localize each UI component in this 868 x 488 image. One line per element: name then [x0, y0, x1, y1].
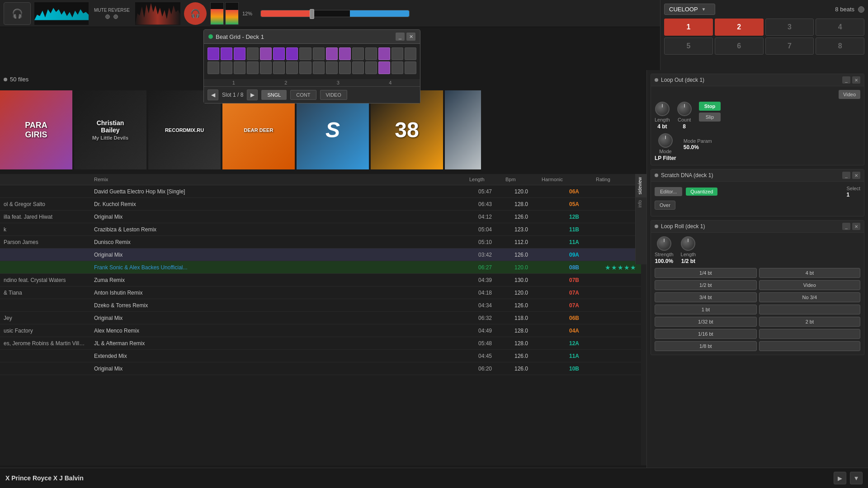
- loop-roll-close[interactable]: ✕: [852, 223, 860, 230]
- pad-1-14[interactable]: [378, 47, 390, 60]
- pad-1-8[interactable]: [299, 47, 311, 60]
- pad-2-3[interactable]: [234, 61, 245, 74]
- loop-roll-length-knob[interactable]: [681, 236, 695, 251]
- headphone-button[interactable]: 🎧: [184, 2, 207, 25]
- cue-btn-6[interactable]: 6: [715, 38, 764, 55]
- scratch-over-btn[interactable]: Over: [655, 201, 675, 210]
- beat-grid-cont[interactable]: CONT: [290, 90, 316, 100]
- pad-2-6[interactable]: [273, 61, 285, 74]
- loop-roll-btn-empty1[interactable]: [759, 305, 860, 314]
- cue-btn-7[interactable]: 7: [765, 38, 814, 55]
- loop-out-video-btn[interactable]: Video: [839, 90, 860, 99]
- pad-2-5[interactable]: [260, 61, 272, 74]
- beat-grid-next[interactable]: ▶: [247, 89, 258, 100]
- beat-grid-sngl[interactable]: SNGL: [261, 90, 287, 100]
- pad-2-16[interactable]: [405, 61, 416, 74]
- table-row[interactable]: Dzeko & Torres Remix 04:34 126.0 07A: [0, 299, 646, 312]
- loop-out-count-knob[interactable]: [677, 102, 692, 116]
- loop-roll-btn-4bt[interactable]: 4 bt: [759, 268, 860, 278]
- sidebar-item-sideview[interactable]: sideview: [636, 174, 646, 197]
- pitch-slider[interactable]: [260, 10, 410, 17]
- pad-1-9[interactable]: [313, 47, 325, 60]
- loop-roll-btn-3quarter[interactable]: 3/4 bt: [655, 292, 757, 302]
- pad-2-1[interactable]: [208, 61, 219, 74]
- table-row[interactable]: ndino feat. Crystal Waters Zuma Remix 04…: [0, 274, 646, 286]
- cue-btn-4[interactable]: 4: [816, 19, 864, 36]
- pitch-thumb[interactable]: [310, 9, 314, 19]
- pad-1-7[interactable]: [286, 47, 298, 60]
- pad-2-7[interactable]: [286, 61, 298, 74]
- table-row[interactable]: Extended Mix 04:45 126.0 11A: [0, 350, 646, 362]
- pad-1-12[interactable]: [352, 47, 364, 60]
- loop-roll-btn-32nd[interactable]: 1/32 bt: [655, 317, 757, 327]
- pad-1-15[interactable]: [392, 47, 403, 60]
- table-row[interactable]: usic Factory Alex Menco Remix 04:49 128.…: [0, 324, 646, 337]
- pad-2-9[interactable]: [313, 61, 325, 74]
- loop-out-stop-btn[interactable]: Stop: [699, 102, 721, 111]
- artwork-2[interactable]: ChristianBaileyMy Little Devils: [74, 90, 146, 169]
- pad-2-11[interactable]: [339, 61, 351, 74]
- table-row[interactable]: k Crazibiza & Leston Remix 05:04 123.0 1…: [0, 223, 646, 236]
- beat-grid-prev[interactable]: ◀: [208, 89, 218, 100]
- pad-2-13[interactable]: [365, 61, 377, 74]
- table-row[interactable]: Parson James Dunisco Remix 05:10 112.0 1…: [0, 236, 646, 249]
- loop-out-close[interactable]: ✕: [852, 76, 860, 84]
- loop-roll-btn-2bt[interactable]: 2 bt: [759, 317, 860, 327]
- artwork-7[interactable]: [445, 90, 481, 169]
- scratch-quantized-btn[interactable]: Quantized: [686, 188, 717, 196]
- loop-roll-btn-empty2[interactable]: [759, 329, 860, 339]
- loop-roll-btn-8th[interactable]: 1/8 bt: [655, 341, 757, 351]
- cue-btn-1[interactable]: 1: [664, 19, 713, 36]
- artwork-1[interactable]: PARAGIRIS: [0, 90, 72, 169]
- pad-2-10[interactable]: [326, 61, 338, 74]
- mute-dot-1[interactable]: [105, 14, 110, 19]
- popup-minimize[interactable]: _: [396, 33, 405, 41]
- table-row[interactable]: & Tiana Anton Ishutin Remix 04:18 120.0 …: [0, 286, 646, 299]
- pad-1-1[interactable]: [208, 47, 219, 60]
- pad-1-3[interactable]: [234, 47, 245, 60]
- table-row[interactable]: Frank Sonic & Alex Backes Unofficial... …: [0, 261, 646, 274]
- loop-roll-btn-half[interactable]: 1/2 bt: [655, 280, 757, 290]
- cue-btn-2[interactable]: 2: [715, 19, 764, 36]
- pad-2-8[interactable]: [299, 61, 311, 74]
- loop-out-length-knob[interactable]: [655, 102, 670, 116]
- cue-btn-8[interactable]: 8: [816, 38, 864, 55]
- loop-roll-minimize[interactable]: _: [842, 223, 850, 230]
- cueloop-dropdown[interactable]: CUELOOP: [664, 4, 715, 15]
- table-row[interactable]: Original Mix 03:42 126.0 09A: [0, 249, 646, 261]
- loop-out-minimize[interactable]: _: [842, 76, 850, 84]
- loop-out-mode-knob[interactable]: [658, 133, 673, 148]
- scratch-editor-btn[interactable]: Editor...: [655, 187, 682, 196]
- table-row[interactable]: Jey Original Mix 06:32 118.0 06B: [0, 312, 646, 324]
- beat-grid-video[interactable]: VIDEO: [320, 90, 347, 100]
- headphone-control[interactable]: 🎧: [4, 2, 31, 25]
- pad-1-4[interactable]: [247, 47, 259, 60]
- loop-roll-btn-empty3[interactable]: [759, 341, 860, 351]
- pad-1-16[interactable]: [405, 47, 416, 60]
- table-row[interactable]: ol & Gregor Salto Dr. Kuchol Remix 06:43…: [0, 198, 646, 211]
- pad-2-12[interactable]: [352, 61, 364, 74]
- pad-1-10[interactable]: [326, 47, 338, 60]
- popup-close[interactable]: ✕: [406, 33, 415, 41]
- loop-roll-btn-1bt[interactable]: 1 bt: [655, 305, 757, 314]
- mute-dot-2[interactable]: [113, 14, 118, 19]
- scratch-dna-close[interactable]: ✕: [852, 172, 860, 179]
- pad-2-2[interactable]: [221, 61, 232, 74]
- loop-out-slip-btn[interactable]: Slip: [699, 113, 721, 122]
- th-harmonic[interactable]: Harmonic: [538, 176, 592, 183]
- cue-btn-5[interactable]: 5: [664, 38, 713, 55]
- table-row[interactable]: es, Jerome Robins & Martin Villene... JL…: [0, 337, 646, 350]
- th-bpm[interactable]: Bpm: [502, 176, 538, 183]
- table-row[interactable]: illa feat. Jared Hiwat Original Mix 04:1…: [0, 211, 646, 223]
- loop-roll-btn-video[interactable]: Video: [759, 280, 860, 290]
- pad-2-15[interactable]: [392, 61, 403, 74]
- pad-1-13[interactable]: [365, 47, 377, 60]
- bottom-down-btn[interactable]: ▼: [850, 472, 863, 484]
- pad-1-2[interactable]: [221, 47, 232, 60]
- sidebar-item-info[interactable]: info: [636, 197, 646, 210]
- pad-2-4[interactable]: [247, 61, 259, 74]
- th-rating[interactable]: Rating: [592, 176, 637, 183]
- table-row[interactable]: Original Mix 06:20 126.0 10B: [0, 362, 646, 375]
- loop-roll-btn-quarter[interactable]: 1/4 bt: [655, 268, 757, 278]
- bottom-play-btn[interactable]: ▶: [834, 472, 846, 484]
